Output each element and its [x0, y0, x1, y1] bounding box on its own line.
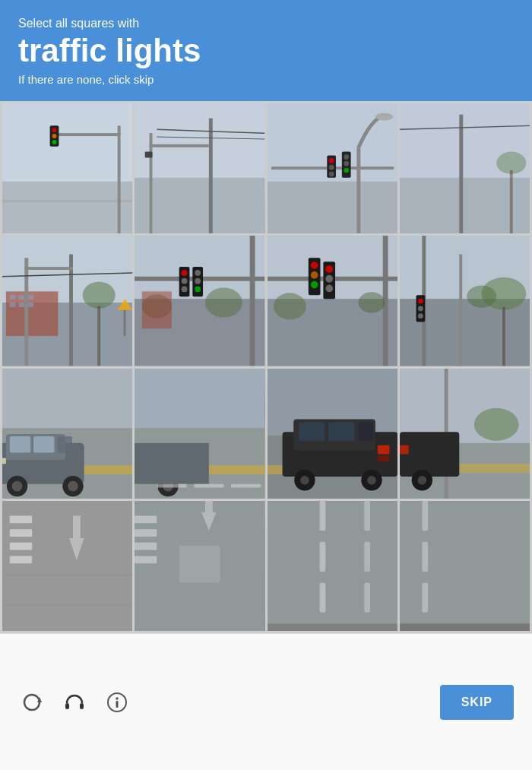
svg-rect-170 [400, 623, 530, 631]
svg-rect-47 [24, 268, 73, 271]
svg-rect-112 [157, 483, 187, 487]
grid-cell-3-4[interactable] [400, 369, 532, 501]
svg-point-65 [205, 288, 242, 318]
svg-rect-138 [400, 445, 409, 454]
svg-rect-166 [400, 501, 530, 631]
svg-rect-50 [97, 306, 100, 366]
svg-rect-121 [328, 422, 354, 440]
svg-point-7 [52, 134, 57, 138]
grid-cell-2-3[interactable] [268, 236, 400, 368]
skip-button[interactable]: SKIP [440, 685, 514, 720]
svg-rect-122 [358, 422, 373, 440]
audio-button[interactable] [61, 689, 88, 716]
svg-point-28 [344, 161, 349, 166]
svg-rect-41 [27, 296, 33, 300]
svg-rect-14 [150, 133, 153, 233]
svg-rect-2 [2, 200, 132, 202]
svg-rect-10 [135, 178, 264, 233]
info-button[interactable] [103, 689, 131, 716]
svg-rect-35 [510, 170, 513, 233]
svg-rect-1 [2, 182, 132, 234]
svg-rect-163 [364, 583, 370, 613]
svg-rect-56 [250, 236, 255, 366]
svg-rect-168 [422, 542, 428, 572]
svg-rect-45 [69, 255, 73, 366]
svg-rect-153 [135, 556, 157, 563]
svg-rect-46 [24, 258, 28, 366]
grid-cell-4-3[interactable] [268, 501, 400, 633]
grid-cell-3-2[interactable] [135, 369, 267, 501]
cell-image-4-3 [268, 501, 397, 631]
svg-point-78 [325, 285, 333, 293]
svg-point-133 [474, 408, 519, 441]
svg-point-8 [52, 140, 57, 144]
svg-point-137 [417, 476, 426, 485]
svg-rect-15 [150, 144, 209, 147]
grid-cell-1-1[interactable] [2, 103, 135, 236]
grid-cell-4-4[interactable] [400, 501, 532, 633]
svg-point-128 [367, 476, 376, 485]
svg-rect-99 [33, 436, 54, 453]
svg-rect-158 [319, 501, 325, 531]
svg-point-6 [52, 128, 57, 132]
svg-rect-113 [195, 483, 224, 487]
svg-rect-135 [400, 432, 459, 477]
svg-rect-161 [364, 501, 370, 531]
svg-point-89 [418, 314, 423, 319]
cell-image-1-3 [268, 103, 397, 233]
cell-image-3-4 [400, 369, 530, 499]
cell-image-2-2 [135, 236, 264, 366]
svg-rect-42 [10, 303, 16, 308]
svg-rect-4 [55, 133, 121, 136]
svg-rect-154 [179, 546, 220, 583]
footer-controls [18, 689, 131, 716]
grid-cell-3-1[interactable] [2, 369, 135, 501]
svg-rect-120 [299, 422, 325, 440]
svg-rect-173 [80, 703, 84, 709]
header-hint: If there are none, click skip [18, 73, 514, 86]
svg-rect-157 [268, 501, 397, 631]
refresh-button[interactable] [18, 689, 46, 716]
svg-point-58 [182, 270, 188, 276]
grid-cell-1-4[interactable] [400, 103, 532, 236]
cell-image-4-4 [400, 501, 530, 631]
svg-rect-167 [422, 501, 428, 531]
svg-rect-19 [356, 148, 360, 234]
svg-point-104 [68, 480, 78, 491]
headphones-icon [63, 691, 86, 714]
refresh-icon [21, 691, 43, 714]
svg-rect-123 [377, 445, 389, 454]
svg-point-77 [325, 275, 333, 283]
svg-point-29 [344, 168, 349, 173]
svg-rect-32 [459, 115, 463, 234]
svg-point-126 [300, 476, 309, 485]
svg-rect-43 [19, 303, 25, 308]
grid-cell-4-1[interactable] [2, 501, 135, 633]
svg-point-20 [375, 113, 392, 121]
grid-cell-4-2[interactable] [135, 501, 267, 633]
svg-point-60 [182, 287, 188, 293]
grid-cell-1-2[interactable] [135, 103, 267, 236]
svg-rect-105 [2, 458, 6, 464]
grid-cell-2-2[interactable] [135, 236, 267, 368]
grid-cell-2-4[interactable] [400, 236, 532, 368]
svg-point-25 [328, 172, 334, 177]
svg-rect-85 [459, 255, 462, 366]
svg-point-87 [418, 299, 423, 304]
svg-rect-39 [10, 296, 16, 300]
svg-point-24 [328, 165, 334, 170]
grid-cell-3-3[interactable] [268, 369, 400, 501]
svg-point-23 [328, 158, 334, 163]
svg-rect-18 [268, 182, 397, 234]
cell-image-3-1 [2, 369, 132, 499]
header-subtitle: Select all squares with [18, 17, 514, 30]
svg-rect-111 [135, 443, 209, 484]
svg-rect-91 [502, 307, 505, 366]
grid-cell-2-1[interactable] [2, 236, 135, 368]
cell-image-2-4 [400, 236, 530, 366]
cell-image-1-4 [400, 103, 530, 233]
grid-cell-1-3[interactable] [268, 103, 400, 236]
svg-point-64 [195, 287, 201, 293]
svg-rect-162 [364, 542, 370, 572]
svg-rect-40 [19, 296, 25, 300]
